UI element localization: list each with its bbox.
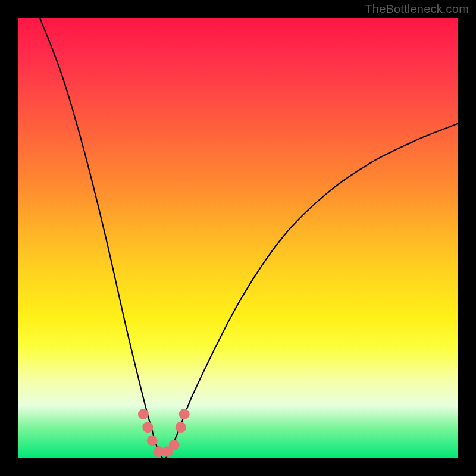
chart-frame: TheBottleneck.com <box>0 0 476 476</box>
curve-marker <box>179 409 190 419</box>
curve-marker <box>147 435 158 446</box>
curve-marker <box>138 409 149 419</box>
chart-svg <box>18 18 458 458</box>
plot-area <box>18 18 458 458</box>
watermark-text: TheBottleneck.com <box>365 2 469 16</box>
curve-marker <box>169 440 180 450</box>
marker-group <box>138 409 190 457</box>
bottleneck-curve <box>40 18 458 458</box>
curve-marker <box>176 422 186 433</box>
curve-marker <box>142 422 153 433</box>
